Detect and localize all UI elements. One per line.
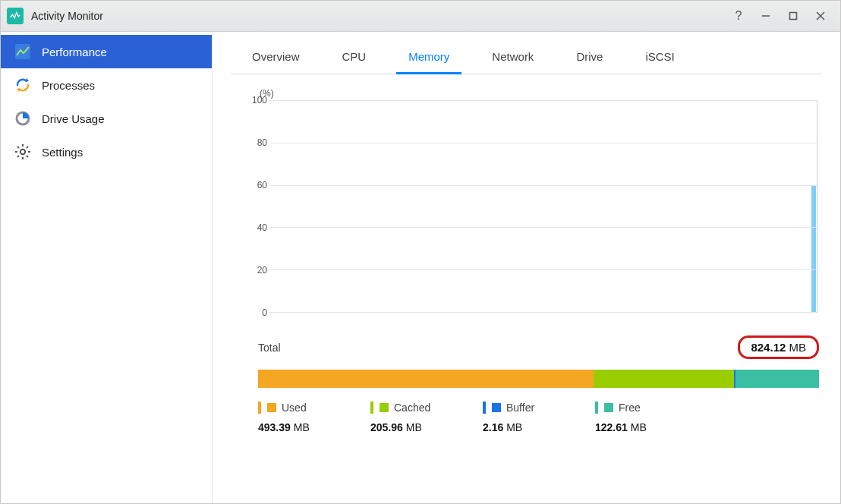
- svg-line-14: [27, 156, 28, 157]
- tab-overview[interactable]: Overview: [231, 41, 321, 74]
- legend-swatch: [380, 403, 389, 412]
- memory-usage-chart: 020406080100: [241, 100, 819, 313]
- legend-label: Used: [282, 402, 307, 414]
- total-unit-text: MB: [789, 341, 807, 354]
- legend-swatch: [604, 403, 613, 412]
- app-icon: [7, 8, 24, 24]
- tab-bar: Overview CPU Memory Network Drive iSCSI: [231, 41, 822, 74]
- chart-gridline: [269, 143, 817, 143]
- chart-gridline: [269, 312, 817, 313]
- memory-legend: Used493.39 MBCached205.96 MBBuffer2.16 M…: [258, 402, 819, 433]
- legend-value: 2.16 MB: [483, 421, 595, 433]
- legend-label: Cached: [394, 402, 430, 414]
- total-label: Total: [258, 342, 281, 354]
- svg-line-13: [17, 146, 19, 148]
- tab-iscsi[interactable]: iSCSI: [624, 41, 695, 74]
- chart-gridline: [269, 185, 817, 186]
- chart-ytick: 80: [241, 137, 267, 148]
- sidebar-item-label: Settings: [42, 146, 83, 159]
- sidebar-item-performance[interactable]: Performance: [1, 35, 212, 68]
- maximize-button[interactable]: [780, 1, 807, 31]
- total-value-highlight: 824.12 MB: [738, 335, 819, 359]
- stack-segment-cached: [594, 370, 734, 388]
- svg-point-8: [20, 150, 25, 154]
- chart-ytick: 20: [241, 265, 267, 276]
- sidebar-item-drive-usage[interactable]: Drive Usage: [1, 102, 212, 135]
- legend-label: Free: [619, 402, 641, 414]
- svg-line-16: [17, 156, 19, 157]
- chart-ytick: 100: [241, 95, 267, 106]
- tab-network[interactable]: Network: [471, 41, 555, 74]
- gear-icon: [14, 143, 31, 160]
- legend-swatch: [267, 403, 276, 412]
- tab-memory[interactable]: Memory: [387, 41, 471, 74]
- chart-gridline: [269, 227, 817, 228]
- memory-total-row: Total 824.12 MB: [258, 335, 819, 359]
- chart-ytick: 60: [241, 180, 267, 191]
- svg-line-15: [27, 146, 28, 148]
- main-panel: Overview CPU Memory Network Drive iSCSI …: [213, 32, 840, 504]
- legend-item-buffer: Buffer2.16 MB: [483, 402, 595, 433]
- legend-value: 122.61 MB: [595, 421, 707, 433]
- legend-item-cached: Cached205.96 MB: [370, 402, 483, 433]
- memory-stacked-bar: [258, 370, 819, 388]
- total-value: 824.12: [751, 341, 786, 354]
- legend-value: 205.96 MB: [370, 421, 483, 433]
- app-window: Activity Monitor ? Performance: [0, 0, 841, 504]
- legend-item-used: Used493.39 MB: [258, 402, 370, 433]
- legend-swatch: [492, 403, 501, 412]
- memory-sample-bar: [811, 185, 816, 312]
- legend-value: 493.39 MB: [258, 421, 370, 433]
- tab-drive[interactable]: Drive: [555, 41, 624, 74]
- chart-ytick: 0: [241, 307, 267, 318]
- tab-cpu[interactable]: CPU: [321, 41, 388, 74]
- chart-line-icon: [14, 43, 31, 60]
- titlebar: Activity Monitor ?: [1, 1, 840, 32]
- refresh-icon: [14, 77, 31, 93]
- sidebar-item-label: Processes: [42, 79, 95, 92]
- sidebar: Performance Processes Drive Usage Settin…: [1, 32, 213, 504]
- sidebar-item-settings[interactable]: Settings: [1, 135, 212, 169]
- chart-ytick: 40: [241, 222, 267, 233]
- chart-gridline: [269, 269, 817, 270]
- app-title: Activity Monitor: [31, 10, 103, 22]
- chart-plot-area: [269, 100, 817, 313]
- memory-chart-panel: (%) 020406080100 Total 824.12 MB Used493…: [231, 74, 822, 433]
- svg-rect-1: [790, 13, 797, 20]
- minimize-button[interactable]: [752, 1, 780, 31]
- sidebar-item-label: Drive Usage: [42, 112, 105, 125]
- legend-item-free: Free122.61 MB: [595, 402, 707, 433]
- chart-gridline: [269, 100, 817, 101]
- help-button[interactable]: ?: [725, 1, 752, 31]
- sidebar-item-label: Performance: [42, 46, 107, 58]
- stack-segment-free: [735, 370, 819, 388]
- legend-label: Buffer: [506, 402, 534, 414]
- pie-chart-icon: [14, 110, 31, 127]
- close-button[interactable]: [807, 1, 834, 31]
- stack-segment-used: [258, 370, 594, 388]
- sidebar-item-processes[interactable]: Processes: [1, 68, 212, 102]
